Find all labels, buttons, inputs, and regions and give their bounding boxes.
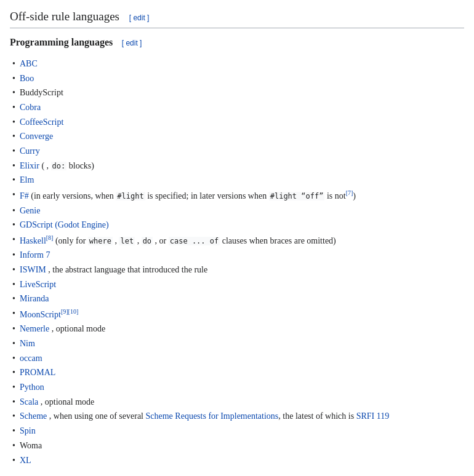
list-item: Nemerle , optional mode [10,322,464,336]
list-item: ISWIM , the abstract language that intro… [10,263,464,277]
list-item: Spin [10,424,464,438]
subsection-edit-link[interactable]: [ edit ] [122,39,142,47]
code-light1: #light [116,192,145,200]
lang-extra: ( , do: blocks) [41,161,94,170]
list-item: Nim [10,336,464,351]
lang-extra: , when using one of several [49,411,146,421]
list-item: Elixir ( , do: blocks) [10,159,464,173]
lang-link-fsharp[interactable]: F# [20,191,29,200]
lang-link-elm[interactable]: Elm [20,175,34,184]
list-item: Scala , optional mode [10,395,464,410]
ref-7[interactable]: [7] [346,189,353,196]
lang-link-moonscript[interactable]: MoonScript [20,310,61,319]
lang-extra2: , the latest of which is [278,411,356,421]
lang-extra: (in early versions, when #light is speci… [31,191,356,200]
lang-link-cobra[interactable]: Cobra [20,103,41,112]
list-item: Inform 7 [10,248,464,263]
lang-name-buddyscript: BuddyScript [20,88,63,97]
lang-link-spin[interactable]: Spin [20,426,36,435]
lang-link-scheme[interactable]: Scheme [20,411,47,421]
lang-link-genie[interactable]: Genie [20,206,40,215]
lang-link-inform7[interactable]: Inform 7 [20,250,50,260]
lang-link-python[interactable]: Python [20,383,44,392]
language-list: ABC Boo BuddyScript Cobra CoffeeScript C… [10,57,464,467]
list-item: Curry [10,144,464,159]
list-item: Cobra [10,100,464,115]
list-item: BuddyScript [10,85,464,100]
lang-link-curry[interactable]: Curry [20,146,40,156]
lang-link-srfi119[interactable]: SRFI 119 [356,411,390,421]
ref-8[interactable]: [8] [46,234,54,241]
lang-link-converge[interactable]: Converge [20,132,53,141]
list-item: occam [10,351,464,366]
lang-link-livescript[interactable]: LiveScript [20,280,56,289]
code-do: do [142,237,153,245]
subsection-header: Programming languages [ edit ] [10,34,464,50]
code-do: do: [51,162,67,170]
lang-link-abc[interactable]: ABC [20,59,38,68]
lang-extra: (only for where , let , do , or case ...… [55,236,336,245]
list-item: GDScript (Godot Engine) [10,218,464,232]
lang-link-nim[interactable]: Nim [20,339,35,348]
section-title: Off-side rule languages [ edit ] [10,7,464,28]
lang-link-boo[interactable]: Boo [20,74,34,83]
list-item: Woma [10,438,464,453]
code-let: let [119,237,135,245]
lang-link-promal[interactable]: PROMAL [20,368,55,377]
ref-9-10[interactable]: [9][10] [61,308,78,315]
code-light2: #light “off” [269,192,325,200]
lang-link-haskell[interactable]: Haskell [20,236,46,245]
lang-link-nemerle[interactable]: Nemerle [20,324,49,333]
list-item: Python [10,380,464,395]
list-item: Scheme , when using one of several Schem… [10,409,464,424]
list-item: Haskell[8] (only for where , let , do , … [10,232,464,248]
list-item: Boo [10,71,464,86]
lang-name-woma: Woma [20,441,42,450]
lang-link-coffeescript[interactable]: CoffeeScript [20,117,63,127]
lang-link-elixir[interactable]: Elixir [20,161,39,170]
list-item: ABC [10,57,464,71]
lang-link-xl[interactable]: XL [20,456,31,465]
lang-link-iswim[interactable]: ISWIM [20,265,46,274]
lang-link-scala[interactable]: Scala [20,397,38,407]
lang-link-miranda[interactable]: Miranda [20,294,49,303]
list-item: PROMAL [10,365,464,380]
code-where: where [88,237,113,245]
code-case: case ... of [169,237,220,245]
subsection-title: Programming languages [10,37,113,47]
list-item: Genie [10,204,464,218]
lang-extra: , optional mode [52,324,106,333]
list-item: Converge [10,129,464,144]
list-item: Miranda [10,292,464,306]
lang-link-occam[interactable]: occam [20,354,42,363]
list-item: XL [10,453,464,468]
lang-extra: , optional mode [41,397,95,407]
list-item: F# (in early versions, when #light is sp… [10,188,464,203]
lang-extra: , the abstract language that introduced … [48,265,207,274]
list-item: Elm [10,173,464,188]
lang-link-srfi-impl[interactable]: Scheme Requests for Implementations [146,411,279,421]
section-edit-link[interactable]: [ edit ] [129,14,150,22]
list-item: MoonScript[9][10] [10,306,464,322]
list-item: CoffeeScript [10,115,464,130]
lang-link-gdscript[interactable]: GDScript (Godot Engine) [20,220,109,229]
list-item: LiveScript [10,277,464,292]
